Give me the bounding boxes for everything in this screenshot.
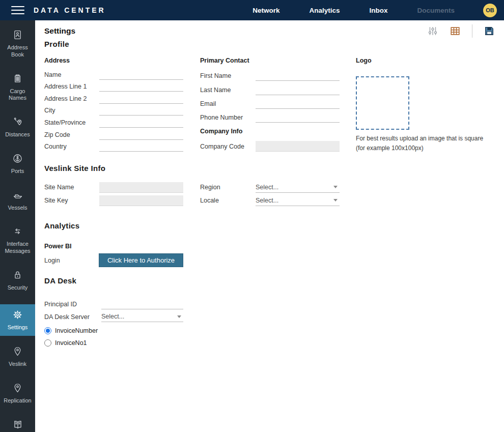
veslink-left-column: Site Name Site Key bbox=[44, 181, 183, 207]
country-input[interactable] bbox=[99, 142, 183, 152]
first-name-input[interactable] bbox=[256, 71, 340, 81]
section-title-profile: Profile bbox=[44, 40, 504, 48]
cargo-names-icon bbox=[12, 73, 23, 86]
sidebar-item-veslink[interactable]: Veslink bbox=[0, 344, 35, 370]
veslink-icon bbox=[12, 346, 23, 359]
interface-messages-icon bbox=[12, 226, 23, 239]
first-name-label: First Name bbox=[200, 72, 256, 81]
nav-item-network[interactable]: Network bbox=[253, 7, 279, 14]
sidebar-item-address-book[interactable]: Address Book bbox=[0, 27, 35, 61]
sidebar-item-settings[interactable]: Settings bbox=[0, 304, 35, 336]
nav-item-documents[interactable]: Documents bbox=[417, 7, 455, 14]
filter-icon[interactable] bbox=[427, 25, 438, 37]
invoice-number-radio-label: InvoiceNumber bbox=[55, 327, 98, 334]
sidebar-item-ports[interactable]: Ports bbox=[0, 151, 35, 177]
region-select[interactable]: Select... bbox=[256, 182, 340, 193]
security-icon bbox=[12, 270, 23, 282]
region-select-value: Select... bbox=[256, 184, 278, 191]
top-nav: Network Analytics Inbox Documents bbox=[253, 7, 455, 14]
data-dictionary-icon bbox=[12, 419, 23, 432]
last-name-label: Last Name bbox=[200, 87, 256, 95]
page-title: Settings bbox=[44, 26, 75, 36]
invoice-number-radio-row[interactable]: InvoiceNumber bbox=[44, 327, 504, 334]
sidebar-item-data-dictionary[interactable]: Data Dictionary bbox=[0, 417, 35, 432]
country-label: Country bbox=[44, 143, 99, 152]
logo-column: Logo For best results upload an image th… bbox=[356, 57, 494, 153]
sidebar-item-label: Security bbox=[8, 284, 28, 292]
settings-icon bbox=[12, 309, 23, 322]
power-bi-heading: Power BI bbox=[44, 243, 504, 250]
da-desk-server-select[interactable]: Select... bbox=[101, 311, 183, 322]
address-heading: Address bbox=[44, 57, 193, 64]
logo-dropzone[interactable] bbox=[356, 76, 409, 130]
logo-hint: For best results upload an image that is… bbox=[356, 134, 493, 153]
sidebar-item-replication[interactable]: Replication bbox=[0, 381, 35, 407]
address-line-2-input[interactable] bbox=[99, 94, 183, 104]
phone-number-input[interactable] bbox=[256, 113, 340, 123]
distances-icon bbox=[12, 117, 23, 129]
sidebar-item-label: Ports bbox=[11, 168, 24, 175]
locale-label: Locale bbox=[200, 197, 256, 204]
locale-select-value: Select... bbox=[256, 197, 278, 204]
logo-hint-line1: For best results upload an image that is… bbox=[356, 135, 483, 142]
name-label: Name bbox=[44, 71, 99, 80]
site-name-input bbox=[99, 182, 183, 193]
invoice-no1-radio[interactable] bbox=[44, 339, 51, 347]
vessels-icon bbox=[12, 190, 23, 203]
invoice-number-radio[interactable] bbox=[44, 327, 51, 334]
sidebar-item-security[interactable]: Security bbox=[0, 268, 35, 294]
company-code-input bbox=[256, 141, 340, 152]
nav-item-analytics[interactable]: Analytics bbox=[309, 7, 340, 14]
last-name-input[interactable] bbox=[256, 85, 340, 95]
principal-id-input[interactable] bbox=[101, 300, 183, 309]
state-province-input[interactable] bbox=[99, 118, 183, 128]
address-line-1-label: Address Line 1 bbox=[44, 83, 99, 92]
toolbar-divider bbox=[472, 24, 472, 38]
principal-id-label: Principal ID bbox=[44, 301, 101, 309]
company-info-heading: Company Info bbox=[200, 128, 346, 135]
zip-code-input[interactable] bbox=[99, 130, 183, 140]
primary-contact-column: Primary Contact First Name Last Name Ema… bbox=[200, 57, 346, 152]
zip-code-label: Zip Code bbox=[44, 131, 99, 140]
top-bar: DATA CENTER Network Analytics Inbox Docu… bbox=[0, 0, 504, 20]
name-input[interactable] bbox=[99, 70, 183, 80]
sidebar-item-label: Replication bbox=[4, 397, 31, 405]
da-desk-section: Principal ID DA Desk Server Select... In… bbox=[44, 297, 504, 347]
veslink-section: Site Name Site Key Region Select... Loca… bbox=[44, 181, 504, 209]
sidebar-item-interface-messages[interactable]: Interface Messages bbox=[0, 224, 35, 257]
hamburger-menu-icon[interactable] bbox=[11, 4, 24, 17]
profile-section: Address Name Address Line 1 Address Line… bbox=[35, 57, 504, 158]
chevron-down-icon bbox=[333, 199, 338, 201]
login-row: Login Click Here to Authorize bbox=[44, 253, 504, 267]
nav-item-inbox[interactable]: Inbox bbox=[369, 7, 387, 14]
chevron-down-icon bbox=[177, 315, 181, 318]
logo-hint-line2: (for example 100x100px) bbox=[356, 145, 424, 152]
main-content: Settings Profile Address Name Address Li… bbox=[35, 20, 504, 432]
section-title-da-desk: DA Desk bbox=[44, 276, 504, 285]
page-header: Settings bbox=[35, 20, 504, 37]
sidebar-item-cargo-names[interactable]: Cargo Names bbox=[0, 71, 35, 104]
address-column: Address Name Address Line 1 Address Line… bbox=[44, 57, 193, 152]
sidebar-item-vessels[interactable]: Vessels bbox=[0, 188, 35, 214]
ports-icon bbox=[12, 153, 23, 166]
city-input[interactable] bbox=[99, 106, 183, 116]
user-avatar[interactable]: OB bbox=[483, 4, 497, 17]
address-book-icon bbox=[12, 30, 23, 42]
invoice-no1-radio-label: InvoiceNo1 bbox=[55, 339, 87, 347]
locale-select[interactable]: Select... bbox=[256, 195, 340, 206]
app-title: DATA CENTER bbox=[34, 6, 106, 14]
save-icon[interactable] bbox=[484, 25, 495, 37]
address-line-1-input[interactable] bbox=[99, 82, 183, 92]
authorize-button[interactable]: Click Here to Authorize bbox=[99, 253, 183, 267]
phone-number-label: Phone Number bbox=[200, 114, 256, 123]
toolbar bbox=[427, 24, 495, 38]
invoice-no1-radio-row[interactable]: InvoiceNo1 bbox=[44, 339, 504, 347]
site-name-label: Site Name bbox=[44, 184, 99, 191]
sidebar-item-distances[interactable]: Distances bbox=[0, 114, 35, 140]
region-label: Region bbox=[200, 184, 256, 191]
state-province-label: State/Province bbox=[44, 119, 99, 128]
chevron-down-icon bbox=[333, 186, 338, 188]
site-key-label: Site Key bbox=[44, 197, 99, 204]
email-input[interactable] bbox=[256, 99, 340, 109]
grid-icon[interactable] bbox=[450, 25, 461, 37]
